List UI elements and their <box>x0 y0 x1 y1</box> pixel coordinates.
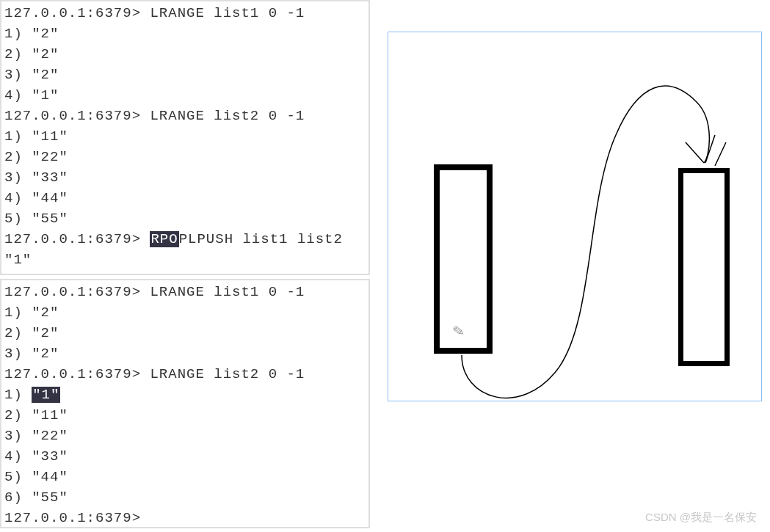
command-text: LRANGE list2 0 -1 <box>150 366 305 382</box>
result-row: 6) "55" <box>4 487 366 508</box>
result-row: 3) "2" <box>4 343 366 364</box>
result-row: 1) "2" <box>4 302 366 323</box>
highlighted-cmd-part: RPO <box>150 231 178 247</box>
prompt: 127.0.0.1:6379> <box>4 231 141 247</box>
result-row: 2) "2" <box>4 44 366 65</box>
terminal-output-after: 127.0.0.1:6379> LRANGE list1 0 -1 1) "2"… <box>0 279 370 528</box>
result-row: 1) "11" <box>4 126 366 147</box>
result-row: 4) "33" <box>4 446 366 467</box>
result-row: 3) "22" <box>4 426 366 446</box>
result-row: 2) "22" <box>4 147 366 167</box>
result-row: 5) "55" <box>4 208 366 229</box>
diagram-panel: ✎ <box>388 32 762 401</box>
command-text: PLPUSH list1 list2 <box>179 231 343 247</box>
result-row: 1) "2" <box>4 23 366 44</box>
command-text: LRANGE list1 0 -1 <box>150 284 305 300</box>
cmd-line: 127.0.0.1:6379> <box>4 508 366 528</box>
result-row: 4) "44" <box>4 188 366 208</box>
prompt: 127.0.0.1:6379> <box>4 366 141 382</box>
result-row: "1" <box>4 249 366 270</box>
list-box-left <box>434 164 493 354</box>
watermark-text: CSDN @我是一名保安 <box>645 511 757 525</box>
result-row: 2) "2" <box>4 323 366 343</box>
result-row: 3) "2" <box>4 65 366 85</box>
result-row: 1) "1" <box>4 385 366 405</box>
result-row: 4) "1" <box>4 85 366 106</box>
cmd-line: 127.0.0.1:6379> LRANGE list1 0 -1 <box>4 3 366 23</box>
prompt: 127.0.0.1:6379> <box>4 510 141 526</box>
command-text: LRANGE list2 0 -1 <box>150 108 305 124</box>
result-row: 3) "33" <box>4 167 366 188</box>
prompt: 127.0.0.1:6379> <box>4 108 141 124</box>
result-row: 5) "44" <box>4 467 366 487</box>
highlighted-value: "1" <box>32 387 60 403</box>
terminal-output-before: 127.0.0.1:6379> LRANGE list1 0 -1 1) "2"… <box>0 0 370 275</box>
cmd-line: 127.0.0.1:6379> LRANGE list1 0 -1 <box>4 282 366 302</box>
result-row: 2) "11" <box>4 405 366 426</box>
cmd-line: 127.0.0.1:6379> RPOPLPUSH list1 list2 <box>4 229 366 249</box>
cmd-line: 127.0.0.1:6379> LRANGE list2 0 -1 <box>4 106 366 126</box>
cmd-line: 127.0.0.1:6379> LRANGE list2 0 -1 <box>4 364 366 385</box>
prompt: 127.0.0.1:6379> <box>4 284 141 300</box>
command-text: LRANGE list1 0 -1 <box>150 5 305 21</box>
list-box-right <box>678 168 730 366</box>
prompt: 127.0.0.1:6379> <box>4 5 141 21</box>
